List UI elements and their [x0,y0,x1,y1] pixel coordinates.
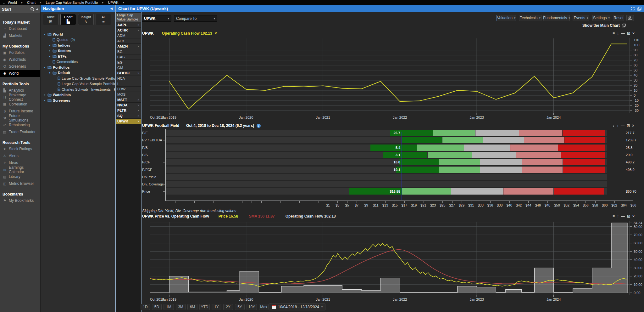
tree-item-screeners[interactable]: ▸Screeners [43,98,70,103]
tab-chart[interactable]: Chart▙ [60,14,76,25]
ticker-row-googl[interactable]: GOOGL× [116,71,141,76]
remove-ticker-icon[interactable]: × [137,104,139,107]
sidebar-item-brokerage-connect[interactable]: ΠBrokerage Connect [0,94,40,101]
max-icon[interactable]: ⊡ [627,123,630,128]
ticker-row-alb[interactable]: ALB [116,38,141,43]
sidebar-item-metric-browser[interactable]: ◫Metric Browser [0,180,40,187]
remove-series-icon[interactable]: × [215,31,217,36]
chevron-collapsed-icon[interactable]: ▸ [43,99,46,102]
up-icon[interactable]: ↑ [617,214,619,218]
sidebar-item-screeners[interactable]: QScreeners [0,63,40,70]
remove-ticker-icon[interactable]: × [137,71,139,75]
sidebar-item-library[interactable]: ▤Library [0,173,40,180]
menu-icon[interactable]: ≡ [613,214,615,218]
tree-item-default[interactable]: ▾Default [48,70,70,76]
sidebar-item-alerts[interactable]: ⚠Alerts [0,152,40,159]
events-button[interactable]: Events▾ [573,15,589,21]
ticker-row-hca[interactable]: HCA [116,76,141,81]
tab-insight[interactable]: Insight↳ [78,14,94,25]
ticker-row-cag[interactable]: CAG [116,54,141,60]
tree-item-world[interactable]: ▾World [43,31,63,37]
price-chart[interactable]: 84.3480.0070.0060.0050.0040.0030.0020.00… [142,219,644,302]
remove-ticker-icon[interactable]: × [137,23,139,27]
close-icon[interactable]: × [632,31,635,36]
range-button-3m[interactable]: 3M [176,304,186,310]
ticker-row-amzn[interactable]: AMZN× [116,44,141,49]
popout-icon[interactable] [637,7,641,11]
ticker-row-aapl[interactable]: AAPL× [116,22,141,27]
breadcrumb-item-large-cap-value-sample-portfolio[interactable]: Large Cap Value Sample Portfolio [46,1,98,4]
ocf-chart[interactable]: 1101009080706050403020100-10-20-30Oct 20… [142,35,644,121]
chevron-expanded-icon[interactable]: ▾ [43,33,46,36]
breadcrumb-item-chart[interactable]: Chart [27,1,36,4]
symbol-dropdown[interactable]: UPWK▾ [142,15,171,22]
expand-icon[interactable] [631,7,635,11]
fundamentals-button[interactable]: Fundamentals▾ [543,15,570,21]
sidebar-item-my-bookmarks[interactable]: ⚑My Bookmarks [0,197,40,204]
tree-item-commodities[interactable]: Commodities [48,59,78,65]
sidebar-item-stock-ratings[interactable]: ★Stock Ratings [0,145,40,152]
technicals-button[interactable]: Technicals▾ [519,15,541,21]
sidebar-item-future-simulations[interactable]: ⚗Future Simulations [0,115,40,122]
tree-item-etfs[interactable]: ▸ETFs [48,54,67,59]
close-icon[interactable]: × [632,214,635,218]
settings-button[interactable]: Settings▾ [592,15,610,21]
ticker-row-upwk[interactable]: UPWK× [116,119,141,124]
tree-item-watchlists[interactable]: ▸Watchlists [43,92,71,98]
chevron-expanded-icon[interactable]: ▾ [43,66,46,69]
sidebar-item-earnings-calendar[interactable]: ⊞Earnings Calendar [0,166,40,173]
collapse-sidebar-icon[interactable]: ◀ [36,8,38,11]
valuation-button[interactable]: Valuation▾ [496,15,516,21]
range-button-1d[interactable]: 1D [141,304,150,310]
breadcrumb-item-upwk[interactable]: UPWK [108,1,119,4]
range-button-1m[interactable]: 1M [164,304,174,310]
ticker-row-eg[interactable]: EG [116,60,141,65]
show-main-chart-link[interactable]: Show the Main Chart [582,23,626,28]
down-icon[interactable]: ↓ [613,123,614,128]
breadcrumb-caret-icon[interactable]: ▾ [123,1,125,4]
tab-all[interactable]: All≡ [96,14,111,25]
remove-ticker-icon[interactable]: × [137,114,139,118]
tab-table[interactable]: Table⊞ [43,14,58,25]
up-icon[interactable]: ↑ [617,123,619,128]
range-button-10y[interactable]: 10Y [247,304,257,310]
sidebar-item-correlation[interactable]: ▦Correlation [0,101,40,108]
sidebar-item-rebalancing[interactable]: ⚖Rebalancing [0,122,40,128]
tree-item-portfolios[interactable]: ▾Portfolios [43,65,70,70]
range-button-max[interactable]: Max [259,304,269,310]
ticker-row-gm[interactable]: GM [116,65,141,70]
range-button-2y[interactable]: 2Y [223,304,233,310]
tree-item-sectors[interactable]: ▸Sectors [48,48,71,54]
remove-ticker-icon[interactable]: × [137,29,139,32]
remove-ticker-icon[interactable]: × [137,45,139,48]
range-button-6m[interactable]: 6M [187,304,197,310]
remove-ticker-icon[interactable]: × [137,98,139,102]
ticker-row-mos[interactable]: MOS [116,92,141,97]
down-icon[interactable]: ↓ [617,31,619,36]
ticker-row-achr[interactable]: ACHR× [116,28,141,33]
ticker-row-sq[interactable]: SQ× [116,113,141,118]
ticker-row-msft[interactable]: MSFT× [116,97,141,102]
ticker-row-nvda[interactable]: NVDA× [116,103,141,108]
chevron-collapsed-icon[interactable]: ▸ [48,44,51,47]
range-button-1y[interactable]: 1Y [212,304,221,310]
date-range-picker[interactable]: 10/04/2018 - 12/18/2024▾ [269,303,325,310]
back-arrow-icon[interactable]: ← [3,1,6,4]
min-icon[interactable]: — [621,31,625,36]
sidebar-item-trade-evaluator[interactable]: ▤Trade Evaluator [0,128,40,135]
remove-ticker-icon[interactable]: × [137,120,139,123]
snapshot-camera-button[interactable] [626,15,634,21]
ticker-row-low[interactable]: LOW [116,87,141,92]
reset-button[interactable]: Reset [613,15,624,21]
remove-ticker-icon[interactable]: × [137,109,139,112]
sidebar-item-watchlists[interactable]: ◉Watchlists [0,56,40,63]
tree-item-charles-schwab-investments-roth[interactable]: Charles Schwab - Investments - Roth [53,87,121,92]
chevron-collapsed-icon[interactable]: ▸ [43,93,46,96]
ticker-row-bg[interactable]: BG [116,49,141,54]
ticker-row-adm[interactable]: ADM [116,33,141,38]
tree-item-indices[interactable]: ▸Indices [48,43,70,48]
min-icon[interactable]: — [621,214,625,218]
breadcrumb-item-world[interactable]: World [8,1,17,4]
chevron-expanded-icon[interactable]: ▾ [48,71,51,74]
range-button-5y[interactable]: 5Y [235,304,245,310]
